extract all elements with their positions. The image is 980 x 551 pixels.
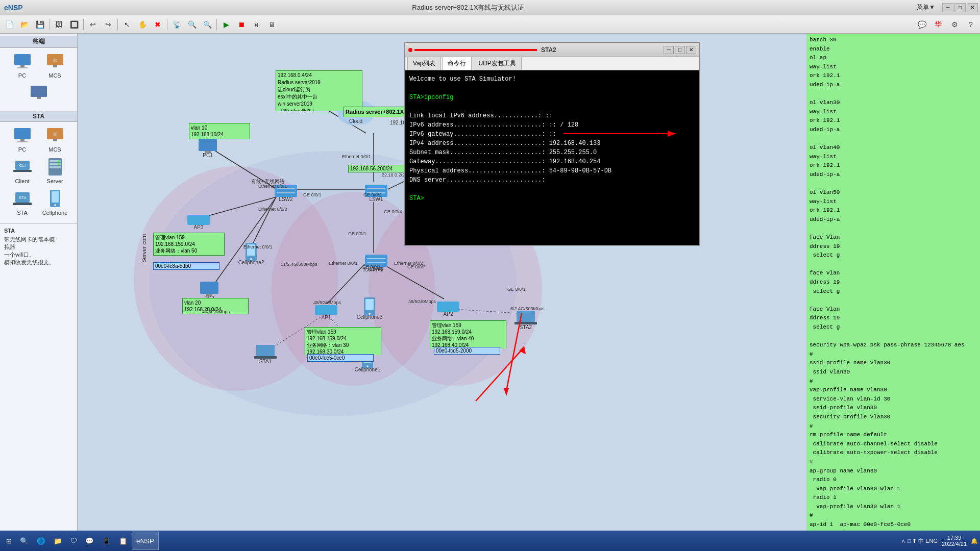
cellphone-label: Cellphone [42, 210, 68, 216]
svg-rect-6 [31, 86, 47, 97]
taskbar-chat[interactable]: 💬 [81, 532, 98, 550]
terminal-titlebar: STA2 ─ □ ✕ [405, 43, 699, 57]
sidebar-item-sta[interactable]: STA STA [7, 187, 38, 217]
svg-rect-15 [13, 170, 32, 172]
restore-button[interactable]: □ [954, 3, 966, 12]
lsw2-eth001: Ethernet 0/0/1 [258, 184, 287, 189]
terminal-section: 终端 PC R MCS [0, 34, 77, 109]
pc-label: PC [18, 72, 26, 79]
right-panel: batch 30 enable ol ap way-list ork 192.1… [806, 34, 980, 537]
start-button-win[interactable]: ⊞ [2, 532, 16, 550]
svg-point-28 [54, 204, 56, 206]
toolbar-sep-1 [49, 19, 50, 30]
terminal-close[interactable]: ✕ [686, 46, 696, 54]
svg-rect-68 [256, 345, 275, 356]
huawei-button[interactable]: 华 [931, 17, 945, 32]
open-button[interactable]: 📂 [17, 17, 32, 32]
redo-button[interactable]: ↪ [101, 17, 115, 32]
svg-text:STA2: STA2 [520, 324, 532, 330]
taskbar-browser[interactable]: 🌐 [33, 532, 50, 550]
eth001-top-label: Ethernet 0/0/1 [342, 154, 371, 159]
terminal-window: STA2 ─ □ ✕ Vap列表 命令行 UDP发包工具 Welcome to … [404, 42, 700, 246]
toolbar-sep-5 [216, 19, 217, 30]
chat-button[interactable]: 💬 [915, 17, 929, 32]
pc1-node[interactable]: PC1 [199, 139, 217, 158]
help-button[interactable]: ? [964, 17, 978, 32]
terminal-header: 终端 [0, 36, 77, 48]
ap1-speed-24: 11/2.4G/600Mbps [281, 262, 317, 267]
toolbar-btn-6[interactable]: 🖥 [265, 17, 279, 32]
taskbar-app5[interactable]: 📱 [98, 532, 115, 550]
window-controls: ─ □ ✕ [942, 3, 978, 12]
settings-button[interactable]: ⚙ [947, 17, 962, 32]
ap2-speed: 6/2.4G/600Mbps [510, 306, 545, 311]
radius-server-label: 192.168.0.4/24Radius server2019让cloud运行为… [276, 70, 362, 111]
toolbar-btn-5[interactable]: 🔍 [200, 17, 214, 32]
client-icon: CLI [12, 157, 33, 177]
minimize-button[interactable]: ─ [942, 3, 953, 12]
terminal-body[interactable]: Welcome to use STA Simulator! STA>ipconf… [405, 70, 699, 245]
terminal-line-12: DNS server..........................: [409, 176, 695, 185]
ap2-mac-label: 00e0-fcd5-2000 [434, 347, 500, 355]
tab-vap[interactable]: Vap列表 [407, 57, 441, 70]
stop-button[interactable]: ⏹ [234, 17, 249, 32]
ap3-vlan-label: 管理vlan 159192.168.159.0/24业务网络：vlan 50 [153, 233, 225, 256]
svg-text:PC1: PC1 [203, 153, 213, 158]
capture-button[interactable]: 🖼 [52, 17, 66, 32]
sta-description: STA 带无线网卡的笔本模拟器一个wifi口。模拟收发无线报文。 [0, 223, 77, 270]
close-button[interactable]: ✕ [967, 3, 978, 12]
svg-rect-27 [52, 191, 59, 203]
sidebar-item-mcs[interactable]: R MCS [40, 50, 70, 80]
svg-text:STA1: STA1 [259, 359, 272, 364]
taskbar-ensp[interactable]: eNSP [132, 532, 159, 550]
run-button[interactable]: ⏯ [250, 17, 264, 32]
toolbar-btn-4[interactable]: 🔍 [185, 17, 199, 32]
taskbar-shield[interactable]: 🛡 [66, 532, 81, 550]
sidebar-item-cellphone[interactable]: Cellphone [40, 187, 70, 217]
svg-rect-40 [199, 139, 217, 151]
terminal-restore[interactable]: □ [675, 46, 685, 54]
new-button[interactable]: 📄 [2, 17, 16, 32]
terminal-indicator [408, 48, 412, 52]
server-icon [45, 157, 65, 177]
sta-section: STA PC R MCS CLI [0, 109, 77, 221]
taskbar-files[interactable]: 📁 [50, 532, 66, 550]
menu-button[interactable]: 菜单▼ [914, 3, 938, 12]
lsw2-eth001-2: Ethernet 0/0/1 [243, 244, 273, 249]
sidebar-item-pc[interactable]: PC [7, 50, 38, 80]
taskbar-search[interactable]: 🔍 [16, 532, 33, 550]
terminal-line-6: IPv6 address........................: ::… [409, 120, 695, 130]
terminal-minimize[interactable]: ─ [664, 46, 674, 54]
svg-rect-7 [37, 97, 41, 99]
tab-udp[interactable]: UDP发包工具 [473, 57, 521, 70]
sta-mcs-icon: R [45, 125, 65, 145]
select-button[interactable]: ↖ [120, 17, 134, 32]
sidebar-item-sta-pc[interactable]: PC [7, 124, 38, 154]
terminal-controls: ─ □ ✕ [664, 46, 696, 54]
sta-label: STA [17, 210, 28, 216]
delete-button[interactable]: ✖ [151, 17, 165, 32]
save-button[interactable]: 💾 [33, 17, 47, 32]
sidebar-item-client[interactable]: CLI Client [7, 156, 38, 185]
taskbar-clipboard[interactable]: 📋 [115, 532, 132, 550]
sidebar-item-monitor[interactable] [23, 82, 54, 105]
tab-cmd[interactable]: 命令行 [442, 57, 472, 70]
undo-button[interactable]: ↩ [86, 17, 100, 32]
start-button[interactable]: ▶ [219, 17, 233, 32]
toolbar-btn-2[interactable]: 🔲 [67, 17, 81, 32]
app-title: Radius server+802.1X有线与无线认证 [23, 3, 914, 12]
notification-icon[interactable]: 🔔 [971, 538, 978, 544]
sidebar: 终端 PC R MCS [0, 34, 78, 537]
server-label: Server [46, 178, 63, 184]
move-button[interactable]: ✋ [135, 17, 150, 32]
sidebar-item-sta-mcs[interactable]: R MCS [40, 124, 70, 154]
toolbar-btn-3[interactable]: 📡 [169, 17, 184, 32]
ip-22-label: 22.10.0.2/24 [382, 172, 407, 178]
sidebar-item-server[interactable]: Server [40, 156, 70, 185]
ap1-eth001: Ethernet 0/0/1 [329, 261, 358, 266]
svg-text:LSW2: LSW2 [279, 196, 293, 202]
taskbar: ⊞ 🔍 🌐 📁 🛡 💬 📱 📋 eNSP ∧ □ ⬆ 中 ENG 17:39 2… [0, 531, 980, 551]
svg-rect-8 [14, 128, 31, 139]
terminal-line-10: Gateway.............................: 19… [409, 157, 695, 166]
ap1-vlan-label: 管理vlan 159192.168.159.0/24业务网络：vlan 3019… [305, 327, 381, 355]
